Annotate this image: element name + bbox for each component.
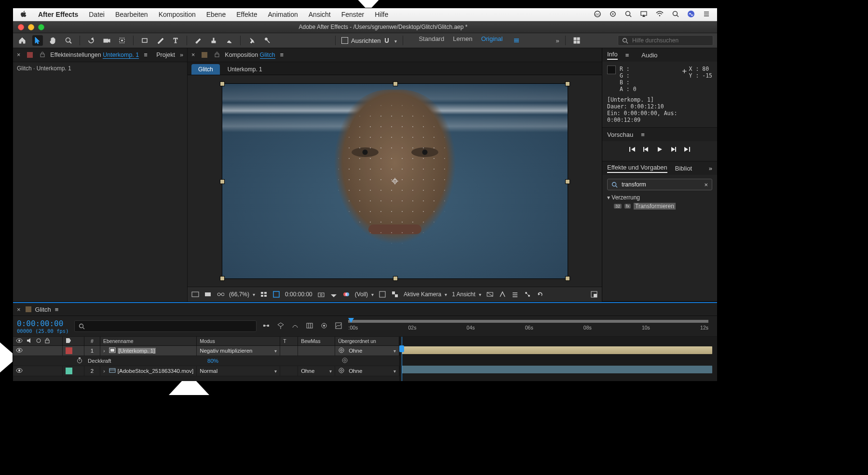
parent-pickwhip-icon[interactable] [338,367,345,375]
close-window-button[interactable] [18,24,24,30]
refresh-icon[interactable] [536,290,544,298]
visibility-column-icon[interactable] [16,338,23,344]
help-search[interactable] [618,35,713,46]
parent-pickwhip-icon[interactable] [341,357,348,365]
mask-crop-icon[interactable] [272,290,280,298]
stopwatch-icon[interactable] [76,357,83,365]
preview-tab-menu-icon[interactable]: ≡ [641,131,645,138]
toolbar-overflow-icon[interactable]: » [556,37,559,44]
hand-tool-icon[interactable] [48,35,58,46]
alpha-toggle-icon[interactable] [191,290,199,298]
prev-frame-button[interactable] [643,146,650,154]
property-row-deckkraft[interactable]: Deckkraft 80% [13,356,399,366]
overflow-chevron-icon[interactable]: » [180,52,183,58]
flowchart-icon[interactable] [524,290,531,298]
effect-controls-tab-label[interactable]: Effekteinstellungen Unterkomp. 1 [50,52,139,58]
lock-column-icon[interactable] [45,338,50,344]
spotlight-icon[interactable] [624,10,632,19]
tab-menu-icon[interactable]: ≡ [55,306,59,313]
selection-tool-icon[interactable] [32,35,43,46]
transform-handle[interactable] [220,81,225,86]
menu-animation[interactable]: Animation [268,11,298,18]
snapshot-icon[interactable] [317,290,325,298]
home-tool-icon[interactable] [17,35,27,46]
show-snapshot-icon[interactable] [330,290,338,298]
transform-handle[interactable] [565,81,570,86]
solo-column-icon[interactable] [36,338,41,344]
channel-toggle-icon[interactable] [204,290,212,298]
frame-blend-icon[interactable] [306,322,313,331]
parent-dropdown[interactable]: Ohne [349,348,396,354]
workspace-options-icon[interactable] [511,35,522,46]
minimize-window-button[interactable] [28,24,34,30]
twirl-icon[interactable] [103,368,107,374]
eraser-tool-icon[interactable] [224,35,234,46]
layer-bar-1[interactable] [402,346,712,354]
transform-handle[interactable] [565,276,570,281]
lock-icon[interactable] [40,52,45,59]
layer-row-1[interactable]: 1 Unterkomp. 1 Negativ multiplizieren Oh… [13,346,399,356]
transform-handle[interactable] [565,179,570,184]
menu-list-icon[interactable] [703,10,710,19]
airplay-icon[interactable] [640,10,648,19]
transform-handle[interactable] [220,276,225,281]
menu-datei[interactable]: Datei [89,11,105,18]
snap-checkbox[interactable]: Ausrichten [341,37,397,44]
composition-viewer[interactable] [188,75,602,287]
timeline-tracks-area[interactable] [400,337,717,381]
maximize-window-button[interactable] [38,24,44,30]
hide-shy-icon[interactable] [291,322,299,331]
orbit-tool-icon[interactable] [86,35,96,46]
audio-tab[interactable]: Audio [641,52,657,59]
comp-tab-unterkomp1[interactable]: Unterkomp. 1 [221,64,269,75]
effects-search[interactable]: × [607,179,712,190]
brush-tool-icon[interactable] [193,35,203,46]
workspace-lernen[interactable]: Lernen [453,35,472,46]
transform-handle[interactable] [220,179,225,184]
column-parent[interactable]: Übergeordnet un [335,337,399,345]
label-column-icon[interactable] [66,338,71,344]
quality-dropdown[interactable]: (Voll) [355,291,374,298]
current-time-indicator[interactable] [402,337,402,381]
text-tool-icon[interactable]: T [170,35,181,46]
apple-menu-icon[interactable] [20,11,27,18]
close-tab-icon[interactable]: × [17,306,21,313]
fast-preview-icon[interactable] [499,290,506,298]
menu-effekte[interactable]: Effekte [236,11,257,18]
transform-handle[interactable] [393,276,398,281]
preview-tab[interactable]: Vorschau [607,131,633,138]
play-button[interactable] [656,146,663,154]
info-tab-menu-icon[interactable]: ≡ [625,52,629,59]
menu-bearbeiten[interactable]: Bearbeiten [115,11,148,18]
siri-icon[interactable] [687,10,695,19]
property-value[interactable]: 80% [199,358,218,364]
clear-search-icon[interactable]: × [704,181,708,188]
layer-name[interactable]: Unterkomp. 1 [118,348,156,354]
timeline-toggle-icon[interactable] [511,290,519,298]
effects-group-verzerrung[interactable]: Verzerrung [607,194,712,201]
layer-row-2[interactable]: 2 AdobeStock_251863340.mov Normal Ohne O… [13,366,399,376]
effect-transformieren[interactable]: 32 fx Transformieren [614,203,712,210]
composition-mini-flowchart-icon[interactable] [262,322,270,331]
resolution-grid-icon[interactable] [260,290,268,298]
lock-icon[interactable] [214,52,220,59]
current-timecode[interactable]: 0:00:00:00 00000 (25.00 fps) [17,319,68,334]
parent-dropdown[interactable]: Ohne [349,368,396,374]
camera-tool-icon[interactable] [101,35,112,46]
menubar-app-title[interactable]: After Effects [38,11,78,18]
tab-menu-icon[interactable]: ≡ [144,52,147,58]
search-icon[interactable] [672,10,679,19]
libraries-tab[interactable]: Bibliot [675,165,692,172]
3d-glasses-icon[interactable] [217,290,224,298]
color-management-icon[interactable] [342,290,350,298]
timeline-search[interactable] [74,320,257,332]
zoom-dropdown[interactable]: (66,7%) [229,291,255,298]
camera-dropdown[interactable]: Aktive Kamera [404,291,447,298]
twirl-icon[interactable] [103,348,107,354]
column-layername[interactable]: Ebenenname [100,337,197,345]
first-frame-button[interactable] [628,146,636,154]
menu-ansicht[interactable]: Ansicht [309,11,331,18]
anchor-point-icon[interactable] [392,178,398,185]
visibility-toggle-icon[interactable] [16,347,23,354]
info-tab[interactable]: Info [607,51,618,60]
